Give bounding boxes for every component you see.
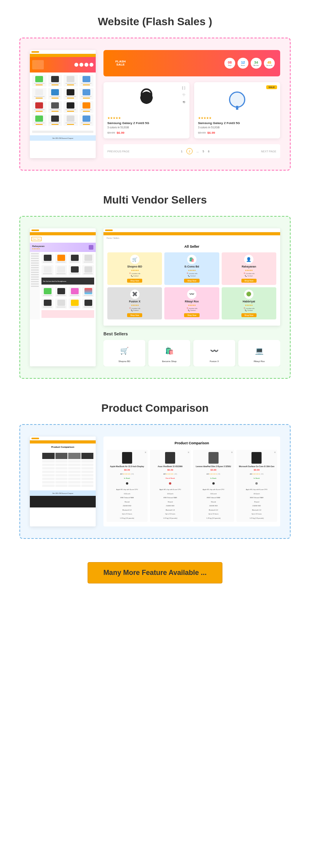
vendor-content: Get the best deal for Headphones bbox=[40, 252, 96, 319]
shop-now-button[interactable]: Shop Now bbox=[184, 313, 199, 317]
seller-name: Rikayi Rox bbox=[185, 300, 199, 303]
heart-icon[interactable]: ♡ bbox=[181, 92, 186, 98]
seller-card[interactable]: 〰️Rikayi Rox★★★★★📍 Location info📞 Contac… bbox=[164, 287, 219, 319]
store-open-badge: Store Open bbox=[31, 237, 41, 241]
expand-icon[interactable]: ⛶ bbox=[181, 85, 186, 91]
seller-name: Shopno BD bbox=[127, 265, 142, 268]
comparison-rating: 4.8 ★★★★★ (10) bbox=[108, 473, 146, 475]
seller-card[interactable]: ✖️Fusion X★★★★★📍 Location info📞 ContactS… bbox=[107, 287, 162, 319]
close-icon[interactable]: ✕ bbox=[188, 451, 189, 454]
comparison-rating: 4.6 ★★★★★ (10) bbox=[238, 473, 276, 475]
seller-stars: ★★★★★ bbox=[245, 269, 253, 271]
seller-icon: 👤 bbox=[244, 255, 253, 264]
star-rating: ★★★★★ bbox=[107, 116, 186, 120]
seller-icon: ✖️ bbox=[130, 290, 140, 299]
seller-meta: 📍 Location info📞 Contact bbox=[129, 273, 140, 276]
product-card[interactable]: SALE★★★★★Samsung Galaxy Z Fold3 5G3 colo… bbox=[194, 82, 280, 138]
compare-right-col: Product Comparison ✕ Apple MacBook Air 1… bbox=[103, 437, 280, 526]
best-seller-card[interactable]: 💻Rikayi Rox bbox=[238, 340, 280, 366]
comparison-price: $9.39 bbox=[152, 469, 189, 471]
seller-card[interactable]: 🛒Shopno BD★★★★★📍 Location info📞 ContactS… bbox=[107, 252, 162, 285]
seller-name: Rahayanan bbox=[242, 265, 256, 268]
product-card[interactable]: ⛶♡⟲★★★★★Samsung Galaxy Z Fold3 5G3 color… bbox=[103, 82, 189, 138]
comparison-color bbox=[238, 481, 276, 487]
close-icon[interactable]: ✕ bbox=[145, 451, 146, 454]
mock-product-grid bbox=[30, 72, 96, 128]
best-sellers-title: Best Sellers bbox=[103, 331, 280, 336]
best-seller-name: Shopno BD bbox=[106, 360, 143, 362]
refresh-icon[interactable]: ⟲ bbox=[181, 99, 186, 105]
page-number[interactable]: 2 bbox=[186, 148, 193, 154]
comparison-spec: Shared bbox=[195, 501, 232, 503]
mock-navbar bbox=[103, 232, 280, 235]
all-seller-page: Home / Sellers All Seller 🛒Shopno BD★★★★… bbox=[103, 228, 280, 326]
comparison-spec: Bluetooth 5.0 bbox=[195, 509, 232, 511]
best-seller-card[interactable]: 〰️Fusion X bbox=[193, 340, 235, 366]
seller-meta: 📍 Location info📞 Contact bbox=[186, 273, 198, 276]
best-seller-name: Fusion X bbox=[196, 360, 233, 362]
best-seller-card[interactable]: 🛍️Eecoms Shop bbox=[148, 340, 190, 366]
product-title: Samsung Galaxy Z Fold3 5G bbox=[107, 121, 186, 125]
close-icon[interactable]: ✕ bbox=[231, 451, 233, 454]
countdown-label: Hours bbox=[241, 64, 245, 66]
mock-header bbox=[30, 437, 96, 440]
seller-card[interactable]: 🛍️E-Coms Bd★★★★★📍 Location info📞 Contact… bbox=[164, 252, 219, 285]
comparison-spec: 8GB Onboard RAM bbox=[238, 497, 276, 499]
best-seller-icon: 〰️ bbox=[207, 344, 221, 358]
vendor-mock-page: Store Open Rahayanan★★★★★ Ge bbox=[30, 228, 96, 366]
mock-footer: Get 20% Off Discount Coupon bbox=[30, 135, 96, 141]
cta-button[interactable]: Many More Feature Available ... bbox=[88, 562, 223, 583]
prev-page[interactable]: PREVIOUS PAGE bbox=[107, 150, 129, 153]
comparison-stock: In Stock bbox=[108, 477, 146, 480]
seller-stars: ★★★★★ bbox=[131, 304, 139, 306]
seller-card[interactable]: 👤Rahayanan★★★★★📍 Location info📞 ContactS… bbox=[222, 252, 276, 285]
mock-header bbox=[30, 228, 96, 232]
flash-banner-large: FLASHSALE 08Days12Hours34Minutes45Second… bbox=[103, 50, 280, 76]
best-seller-card[interactable]: 🛒Shopno BD bbox=[103, 340, 145, 366]
comparison-spec: 13.3-inch bbox=[152, 493, 189, 495]
shop-now-button[interactable]: Shop Now bbox=[241, 279, 257, 283]
product-image bbox=[198, 86, 276, 113]
compare-table-mock bbox=[30, 450, 96, 490]
vendor-banner: Get the best deal for Headphones bbox=[41, 278, 94, 285]
comparison-stock: Out of Stock bbox=[152, 477, 189, 480]
shop-now-button[interactable]: Shop Now bbox=[241, 313, 257, 317]
seller-name: E-Coms Bd bbox=[184, 265, 199, 268]
page-number[interactable]: 1 bbox=[181, 150, 183, 153]
seller-card[interactable]: 🟢Habbriyai★★★★★📍 Location info📞 ContactS… bbox=[222, 287, 276, 319]
flash-sale-art: FLASHSALE bbox=[109, 55, 132, 71]
product-price: $9.99$6.99 bbox=[107, 131, 186, 135]
comparison-image bbox=[122, 452, 132, 464]
flash-right-col: FLASHSALE 08Days12Hours34Minutes45Second… bbox=[103, 50, 280, 158]
compare-mock-page: Product Comparison Get 20% Off Discount … bbox=[30, 437, 96, 526]
page-number[interactable]: 6 bbox=[208, 150, 210, 153]
shop-now-button[interactable]: Shop Now bbox=[184, 279, 199, 283]
headset-icon bbox=[137, 90, 156, 109]
comparison-spec: 1.29 kg (2.8 pounds) bbox=[152, 517, 189, 519]
vendor-avatar bbox=[89, 245, 93, 250]
page-number[interactable]: ... bbox=[196, 150, 199, 153]
seller-meta: 📍 Location info📞 Contact bbox=[186, 307, 198, 311]
next-page[interactable]: NEXT PAGE bbox=[261, 150, 276, 153]
comparison-spec: 1.29 kg (2.8 pounds) bbox=[238, 517, 276, 519]
compare-mock-title: Product Comparison bbox=[30, 443, 96, 450]
page-number[interactable]: 5 bbox=[203, 150, 204, 153]
comparison-spec: 256GB SSD bbox=[238, 505, 276, 507]
shop-now-button[interactable]: Shop Now bbox=[127, 313, 142, 317]
close-icon[interactable]: ✕ bbox=[274, 451, 276, 454]
comparison-name: Apple MacBook Air 13.3-Inch Display bbox=[108, 465, 146, 468]
comparison-spec: Shared bbox=[238, 501, 276, 503]
comparison-price: $9.39 bbox=[108, 469, 146, 471]
comparison-grid: ✕ Apple MacBook Air 13.3-Inch Display $9… bbox=[107, 450, 277, 522]
vendor-panel: Store Open Rahayanan★★★★★ Ge bbox=[19, 216, 291, 379]
seller-name: Fusion X bbox=[129, 300, 141, 303]
comparison-spec: 8GB Onboard RAM bbox=[195, 497, 232, 499]
comparison-rating: 4.0 ★★★★★ (10) bbox=[152, 473, 189, 475]
comparison-card: Product Comparison ✕ Apple MacBook Air 1… bbox=[103, 437, 280, 526]
comparison-stock: In Stock bbox=[195, 477, 232, 480]
shop-now-button[interactable]: Shop Now bbox=[127, 279, 142, 283]
comparison-spec: Bluetooth 5.0 bbox=[152, 509, 189, 511]
section-title-vendor: Multi Vendor Sellers bbox=[0, 194, 310, 206]
vendor-page-header: Rahayanan★★★★★ bbox=[30, 243, 96, 252]
comparison-spec: 256GB SSD bbox=[108, 505, 146, 507]
